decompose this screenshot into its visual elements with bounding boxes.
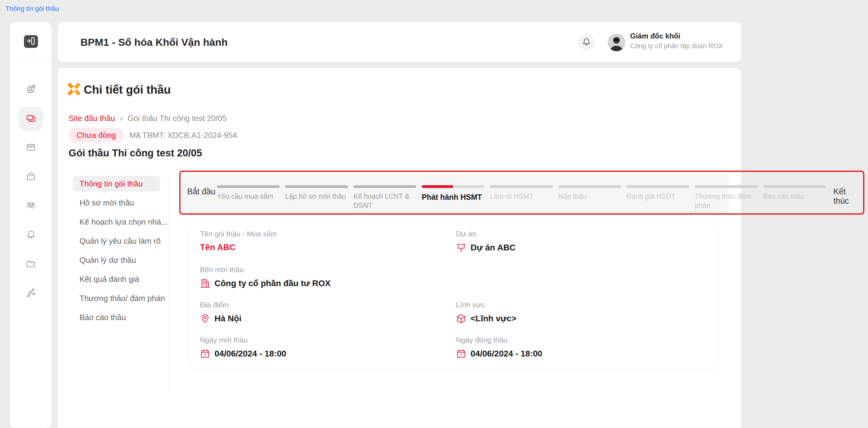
collapse-sidebar-button[interactable] bbox=[24, 35, 38, 48]
step-danh-gia-hsdt: Đánh giá HSDT bbox=[626, 185, 695, 210]
stepper-steps: Yêu cầu mua sắm Lập hồ sơ mời thầu Kế ho… bbox=[217, 185, 831, 210]
package-name-heading: Gói thầu Thi công test 20/05 bbox=[68, 147, 202, 159]
avatar[interactable] bbox=[608, 34, 625, 51]
field-ben-moi-thau: Bên mời thầu Công ty cổ phần đầu tư ROX bbox=[200, 266, 331, 289]
menu-item-bao-cao-thau[interactable]: Báo cáo thầu bbox=[73, 309, 160, 325]
cube-icon bbox=[456, 314, 466, 324]
rail-item-network[interactable] bbox=[19, 281, 43, 305]
status-badge: Chưa đóng bbox=[68, 128, 124, 143]
package-name-link[interactable]: Tên ABC bbox=[200, 242, 236, 252]
notification-button[interactable] bbox=[578, 34, 595, 51]
step-progress-bar bbox=[626, 185, 689, 188]
step-progress-bar bbox=[558, 185, 621, 188]
menu-item-quan-ly-yeu-cau-lam-ro[interactable]: Quản lý yêu cầu làm rõ bbox=[73, 233, 160, 249]
field-ngay-moi-thau: Ngày mời thầu 04/06/2024 - 18:00 bbox=[200, 336, 286, 359]
step-progress-bar bbox=[695, 185, 757, 188]
rail-item-bidding[interactable] bbox=[19, 107, 43, 131]
field-du-an: Dự án Dự án ABC bbox=[456, 230, 516, 253]
rail-item-notifications[interactable] bbox=[19, 223, 43, 248]
users-icon bbox=[26, 200, 36, 212]
pin-icon bbox=[200, 314, 210, 324]
tbmt-code: Mã TBMT: XDCB.A1-2024-954 bbox=[129, 131, 237, 140]
overlay-link-thong-tin-goi-thau[interactable]: Thông tin gói thầu bbox=[5, 5, 59, 13]
step-progress-bar bbox=[763, 185, 826, 188]
step-progress-fill bbox=[422, 185, 453, 188]
rail-divider bbox=[10, 61, 52, 61]
menu-item-ket-qua-danh-gia[interactable]: Kết quả đánh giá bbox=[73, 271, 160, 287]
field-ngay-dong-thau: Ngày đóng thầu 04/06/2024 - 18:00 bbox=[456, 336, 542, 359]
user-org: Công ty cổ phần tập đoàn ROX bbox=[630, 42, 723, 50]
field-linh-vuc: Lĩnh vực <Lĩnh vực> bbox=[456, 301, 516, 324]
step-progress-bar bbox=[353, 185, 416, 188]
step-yeu-cau-mua-sam: Yêu cầu mua sắm bbox=[217, 185, 285, 210]
building-icon bbox=[200, 278, 210, 289]
rox-logo-icon bbox=[68, 83, 80, 96]
step-phat-hanh-hsmt: Phát hành HSMT bbox=[422, 185, 490, 210]
step-progress-bar bbox=[217, 185, 280, 188]
folder-icon bbox=[26, 259, 36, 270]
menu-item-thuong-thao-dam-phan[interactable]: Thương thảo/ đàm phán bbox=[73, 290, 160, 306]
step-thuong-thao-dam-phan: Thương thảo đàm phán bbox=[695, 185, 763, 210]
step-progress-bar bbox=[490, 185, 553, 188]
bell-icon bbox=[582, 37, 591, 47]
page-title: Chi tiết gói thầu bbox=[84, 84, 171, 96]
step-lam-ro-hsmt: Làm rõ HSMT bbox=[490, 185, 558, 210]
rail-item-user-settings[interactable] bbox=[19, 77, 43, 102]
menu-item-thong-tin-goi-thau[interactable]: Thông tin gói thầu bbox=[73, 176, 160, 192]
storefront-icon bbox=[26, 142, 36, 154]
step-progress-bar bbox=[285, 185, 348, 188]
step-bao-cao-thau: Báo cáo thầu bbox=[763, 185, 831, 210]
calendar-icon bbox=[200, 349, 210, 359]
cards-icon bbox=[26, 113, 36, 125]
bell-icon bbox=[26, 229, 36, 241]
bag-icon bbox=[26, 171, 36, 183]
menu-item-ho-so-moi-thau[interactable]: Hồ sơ mời thầu bbox=[73, 195, 160, 211]
field-ten-goi-thau: Tên gói thầu - Mua sắm Tên ABC bbox=[200, 230, 277, 252]
step-progress-bar bbox=[422, 185, 485, 188]
chevron-right-icon: › bbox=[120, 113, 123, 123]
main-card: Chi tiết gói thầu Site đấu thầu › Gói th… bbox=[58, 68, 741, 428]
vertical-divider bbox=[168, 173, 169, 391]
stepper-end-label: Kết thúc bbox=[833, 187, 849, 206]
package-side-menu: Thông tin gói thầu Hồ sơ mời thầu Kế hoạ… bbox=[73, 176, 160, 329]
rail-item-bag[interactable] bbox=[19, 165, 43, 189]
door-exit-icon bbox=[26, 36, 35, 47]
menu-item-quan-ly-du-thau[interactable]: Quản lý dự thầu bbox=[73, 252, 160, 268]
package-detail-card: Tên gói thầu - Mua sắm Tên ABC Dự án Dự … bbox=[189, 223, 717, 369]
step-ke-hoach-lcnt-dsnt: Kế hoạch LCNT & DSNT bbox=[353, 185, 422, 210]
user-block[interactable]: Giám đốc khối Công ty cổ phần tập đoàn R… bbox=[630, 32, 723, 50]
field-dia-diem: Địa điểm Hà Nội bbox=[200, 301, 242, 324]
rail-item-documents[interactable] bbox=[19, 252, 43, 276]
user-name: Giám đốc khối bbox=[630, 32, 723, 40]
user-settings-icon bbox=[26, 84, 36, 96]
step-lap-ho-so-moi-thau: Lập hồ sơ mời thầu bbox=[285, 185, 353, 210]
network-icon bbox=[26, 288, 36, 299]
calendar-icon bbox=[456, 349, 466, 359]
menu-item-ke-hoach-lua-chon[interactable]: Kế hoạch lựa chọn nhà... bbox=[73, 214, 160, 230]
breadcrumb-parent-link[interactable]: Site đấu thầu bbox=[68, 114, 115, 123]
step-nop-thau: Nộp thầu bbox=[558, 185, 626, 210]
stepper-start-label: Bắt đầu bbox=[187, 187, 215, 196]
breadcrumb: Site đấu thầu › Gói thầu Thi công test 2… bbox=[68, 113, 227, 123]
breadcrumb-current: Gói thầu Thi công test 20/05 bbox=[128, 114, 227, 123]
rail-item-users[interactable] bbox=[19, 194, 43, 218]
rail-item-storefront[interactable] bbox=[19, 136, 43, 160]
top-bar: BPM1 - Số hóa Khối Vận hành Giám đốc khố… bbox=[58, 22, 741, 62]
icon-rail bbox=[10, 22, 52, 428]
app-title: BPM1 - Số hóa Khối Vận hành bbox=[81, 36, 227, 48]
projector-icon bbox=[456, 242, 466, 253]
